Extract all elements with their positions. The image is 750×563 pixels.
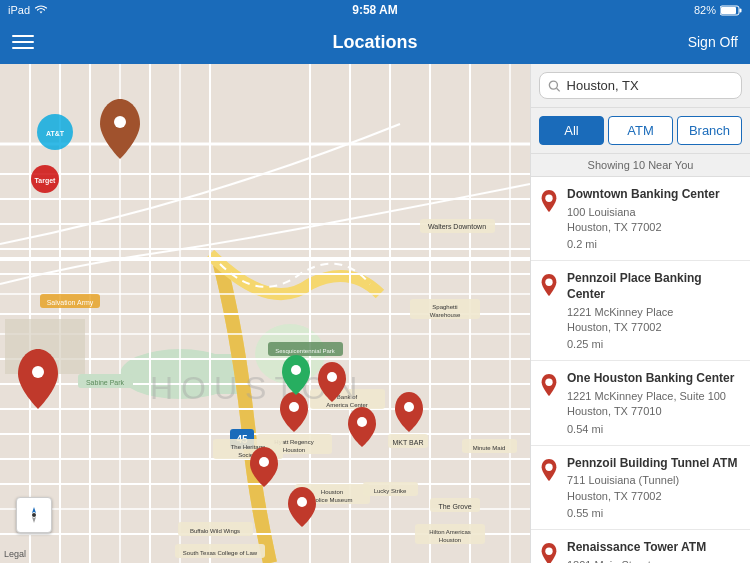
- location-name: Pennzoil Building Tunnel ATM: [567, 456, 742, 472]
- hamburger-menu-button[interactable]: [12, 35, 34, 49]
- page-title: Locations: [332, 32, 417, 53]
- svg-text:Warehouse: Warehouse: [430, 312, 461, 318]
- list-item[interactable]: Renaissance Tower ATM 1801 Main Street H…: [531, 530, 750, 563]
- location-name: Pennzoil Place Banking Center: [567, 271, 742, 302]
- filter-all-button[interactable]: All: [539, 116, 604, 145]
- wifi-icon: [34, 5, 48, 15]
- svg-point-98: [545, 379, 552, 386]
- filter-branch-button[interactable]: Branch: [677, 116, 742, 145]
- legal-text: Legal: [4, 549, 26, 559]
- svg-point-88: [357, 417, 367, 427]
- svg-point-92: [291, 365, 301, 375]
- location-pin-icon: [539, 273, 559, 297]
- svg-text:MKT BAR: MKT BAR: [393, 439, 424, 446]
- location-pin-icon: [539, 189, 559, 213]
- svg-point-91: [297, 497, 307, 507]
- location-name: Downtown Banking Center: [567, 187, 742, 203]
- compass-icon: [25, 506, 43, 524]
- hamburger-line-3: [12, 47, 34, 49]
- svg-text:Target: Target: [35, 177, 57, 185]
- svg-text:AT&T: AT&T: [46, 130, 65, 137]
- svg-text:Houston: Houston: [321, 489, 343, 495]
- svg-point-93: [32, 513, 36, 517]
- svg-point-99: [545, 463, 552, 470]
- svg-rect-2: [740, 8, 742, 12]
- battery-icon: [720, 5, 742, 16]
- location-info: One Houston Banking Center 1221 McKinney…: [567, 371, 742, 434]
- hamburger-line-2: [12, 41, 34, 43]
- location-distance: 0.2 mi: [567, 238, 742, 250]
- location-info: Downtown Banking Center 100 Louisiana Ho…: [567, 187, 742, 250]
- battery-label: 82%: [694, 4, 716, 16]
- location-name: One Houston Banking Center: [567, 371, 742, 387]
- location-name: Renaissance Tower ATM: [567, 540, 742, 556]
- right-panel: All ATM Branch Showing 10 Near You Downt…: [530, 64, 750, 563]
- map-area[interactable]: 45 AT&T Target Salvation Army: [0, 64, 530, 563]
- status-right: 82%: [694, 4, 742, 16]
- svg-rect-1: [721, 7, 736, 14]
- carrier-label: iPad: [8, 4, 30, 16]
- filter-buttons: All ATM Branch: [531, 108, 750, 154]
- search-input[interactable]: [567, 78, 733, 93]
- svg-point-97: [545, 279, 552, 286]
- svg-point-89: [404, 402, 414, 412]
- svg-text:Salvation Army: Salvation Army: [47, 299, 94, 307]
- list-item[interactable]: Downtown Banking Center 100 Louisiana Ho…: [531, 177, 750, 261]
- location-distance: 0.54 mi: [567, 423, 742, 435]
- status-time: 9:58 AM: [352, 3, 398, 17]
- svg-text:Houston: Houston: [283, 447, 305, 453]
- status-left: iPad: [8, 4, 48, 16]
- svg-text:Houston: Houston: [439, 537, 461, 543]
- svg-text:Buffalo Wild Wings: Buffalo Wild Wings: [190, 528, 240, 534]
- svg-text:Police Museum: Police Museum: [311, 497, 352, 503]
- svg-text:Sesquicentennial Park: Sesquicentennial Park: [275, 348, 336, 354]
- location-distance: 0.25 mi: [567, 338, 742, 350]
- location-address: 1221 McKinney Place Houston, TX 77002: [567, 305, 742, 336]
- main-content: 45 AT&T Target Salvation Army: [0, 64, 750, 563]
- list-item[interactable]: Pennzoil Building Tunnel ATM 711 Louisia…: [531, 446, 750, 530]
- svg-text:The Grove: The Grove: [438, 503, 471, 510]
- search-container: [531, 64, 750, 108]
- list-item[interactable]: Pennzoil Place Banking Center 1221 McKin…: [531, 261, 750, 361]
- svg-point-42: [114, 116, 126, 128]
- location-address: 1221 McKinney Place, Suite 100 Houston, …: [567, 389, 742, 420]
- svg-text:South Texas College of Law: South Texas College of Law: [183, 550, 258, 556]
- svg-text:Spaghetti: Spaghetti: [432, 304, 457, 310]
- location-info: Renaissance Tower ATM 1801 Main Street H…: [567, 540, 742, 563]
- location-info: Pennzoil Building Tunnel ATM 711 Louisia…: [567, 456, 742, 519]
- svg-point-87: [289, 402, 299, 412]
- svg-point-90: [259, 457, 269, 467]
- showing-label: Showing 10 Near You: [531, 154, 750, 177]
- svg-text:Sabine Park: Sabine Park: [86, 379, 125, 386]
- map-background: 45 AT&T Target Salvation Army: [0, 64, 530, 563]
- location-info: Pennzoil Place Banking Center 1221 McKin…: [567, 271, 742, 350]
- status-bar: iPad 9:58 AM 82%: [0, 0, 750, 20]
- location-address: 711 Louisiana (Tunnel) Houston, TX 77002: [567, 473, 742, 504]
- svg-text:Minute Maid: Minute Maid: [473, 445, 506, 451]
- locations-list[interactable]: Downtown Banking Center 100 Louisiana Ho…: [531, 177, 750, 563]
- location-button[interactable]: [16, 497, 52, 533]
- sign-off-button[interactable]: Sign Off: [688, 34, 738, 50]
- svg-line-95: [557, 88, 560, 91]
- app-header: Locations Sign Off: [0, 20, 750, 64]
- svg-point-41: [32, 366, 44, 378]
- svg-point-94: [549, 81, 557, 89]
- location-address: 1801 Main Street Houston, TX 77002: [567, 558, 742, 563]
- location-pin-icon: [539, 542, 559, 563]
- location-address: 100 Louisiana Houston, TX 77002: [567, 205, 742, 236]
- location-distance: 0.55 mi: [567, 507, 742, 519]
- search-icon: [548, 79, 561, 93]
- list-item[interactable]: One Houston Banking Center 1221 McKinney…: [531, 361, 750, 445]
- location-pin-icon: [539, 373, 559, 397]
- svg-text:Lucky Strike: Lucky Strike: [374, 488, 407, 494]
- svg-point-100: [545, 548, 552, 555]
- hamburger-line-1: [12, 35, 34, 37]
- svg-point-96: [545, 195, 552, 202]
- svg-text:Walters Downtown: Walters Downtown: [428, 223, 486, 230]
- filter-atm-button[interactable]: ATM: [608, 116, 673, 145]
- svg-point-86: [327, 372, 337, 382]
- svg-text:Hilton Americas: Hilton Americas: [429, 529, 471, 535]
- search-box: [539, 72, 742, 99]
- location-pin-icon: [539, 458, 559, 482]
